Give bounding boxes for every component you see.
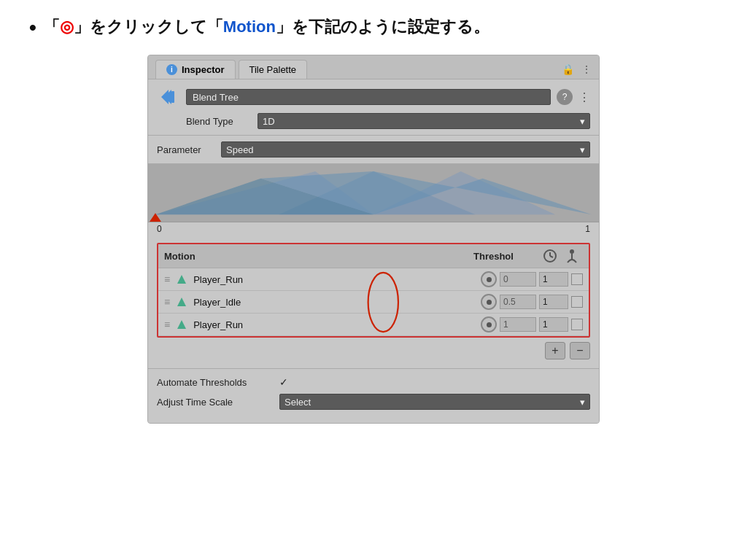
animation-icon-3: [176, 319, 187, 330]
parameter-section: Parameter Speed ▾: [148, 136, 599, 164]
param-dropdown-icon: ▾: [580, 144, 585, 155]
checkbox-2[interactable]: [571, 296, 583, 308]
blend-type-label: Blend Type: [186, 116, 252, 127]
parameter-label: Parameter: [157, 144, 215, 155]
add-motion-btn[interactable]: +: [545, 342, 565, 359]
bullet: •: [29, 13, 36, 42]
blend-tree-name: Blend Tree: [186, 89, 551, 105]
adjust-label: Adjust Time Scale: [157, 397, 274, 408]
tab-bar: i Inspector Tile Palette 🔒 ⋮: [148, 55, 599, 79]
multiplier-val-1[interactable]: 1: [539, 272, 568, 287]
adjust-row: Adjust Time Scale Select ▾: [157, 394, 590, 410]
svg-marker-1: [161, 90, 169, 104]
inspector-panel: i Inspector Tile Palette 🔒 ⋮ Blend Tree …: [147, 55, 600, 424]
blend-viz-labels: 0 1: [148, 222, 599, 236]
svg-point-13: [570, 249, 574, 254]
parameter-select[interactable]: Speed ▾: [221, 141, 590, 158]
svg-marker-16: [177, 298, 186, 306]
threshold-val-3[interactable]: 1: [500, 317, 536, 332]
motion-name-2: Player_Idle: [193, 297, 478, 308]
threshold-val-2[interactable]: 0.5: [500, 295, 536, 309]
motion-row-3: ≡ Player_Run 1 1: [158, 314, 589, 336]
checkbox-3[interactable]: [571, 319, 583, 330]
tab-tile-palette-label: Tile Palette: [249, 64, 297, 75]
info-icon: i: [166, 64, 177, 75]
motion-table: Motion Threshol: [157, 243, 590, 338]
blend-tree-section: Blend Tree ? ⋮ Blend Type 1D ▾: [148, 79, 599, 136]
animation-icon-2: [176, 296, 187, 308]
blend-tree-more[interactable]: ⋮: [578, 90, 590, 104]
select-circle-btn-3[interactable]: [481, 316, 497, 332]
more-icon: ⋮: [581, 63, 592, 75]
instruction-text: • 「◎」をクリックして「Motion」を下記のように設定する。: [0, 0, 747, 49]
motion-actions: + −: [157, 338, 590, 361]
automate-row: Automate Thresholds ✓: [157, 376, 590, 388]
svg-marker-17: [177, 320, 186, 329]
threshold-val-1[interactable]: 0: [500, 272, 536, 287]
blend-type-row: Blend Type 1D ▾: [157, 113, 590, 129]
automate-checkbox[interactable]: ✓: [279, 376, 288, 388]
multiplier-val-3[interactable]: 1: [539, 317, 568, 332]
svg-marker-15: [177, 275, 186, 284]
motion-name-1: Player_Run: [193, 274, 478, 285]
motion-section: Motion Threshol: [148, 236, 599, 368]
animation-icon-1: [176, 273, 187, 285]
bottom-section: Automate Thresholds ✓ Adjust Time Scale …: [148, 368, 599, 423]
tab-tile-palette[interactable]: Tile Palette: [239, 60, 308, 79]
svg-rect-2: [171, 91, 174, 103]
adjust-select[interactable]: Select ▾: [279, 394, 590, 410]
blend-tree-row: Blend Tree ? ⋮: [157, 85, 590, 109]
text-prefix: 「◎」をクリックして「Motion」を下記のように設定する。: [44, 16, 489, 39]
help-btn[interactable]: ?: [557, 89, 573, 105]
clock-icon: [539, 249, 561, 263]
drag-handle-1[interactable]: ≡: [164, 273, 170, 285]
motion-name-3: Player_Run: [193, 319, 478, 330]
remove-motion-btn[interactable]: −: [570, 342, 590, 359]
threshold-col-header: Threshol: [473, 251, 539, 262]
blend-max-label: 1: [585, 224, 590, 234]
motion-table-header: Motion Threshol: [158, 244, 589, 268]
automate-label: Automate Thresholds: [157, 377, 274, 388]
drag-handle-2[interactable]: ≡: [164, 296, 170, 308]
tab-inspector-label: Inspector: [182, 64, 225, 75]
adjust-dropdown-icon: ▾: [580, 397, 585, 408]
blend-type-select[interactable]: 1D ▾: [258, 113, 590, 129]
svg-line-12: [550, 256, 553, 257]
dropdown-arrow-icon: ▾: [580, 116, 585, 127]
select-circle-btn-1[interactable]: [481, 271, 497, 287]
back-arrow-btn[interactable]: [157, 85, 180, 109]
motion-rows-wrapper: ≡ Player_Run 0 1 ≡ Player_Idle: [158, 268, 589, 336]
motion-col-header: Motion: [164, 251, 473, 262]
multiplier-val-2[interactable]: 1: [539, 295, 568, 309]
blend-visualization: [148, 164, 599, 222]
motion-row-1: ≡ Player_Run 0 1: [158, 268, 589, 291]
checkbox-1[interactable]: [571, 273, 583, 285]
drag-handle-3[interactable]: ≡: [164, 319, 170, 330]
motion-row-2: ≡ Player_Idle 0.5 1: [158, 291, 589, 314]
lock-icon: 🔒: [562, 63, 574, 75]
tab-inspector[interactable]: i Inspector: [155, 60, 236, 79]
person-icon: [561, 248, 583, 264]
blend-min-label: 0: [157, 224, 162, 234]
select-circle-btn-2[interactable]: [481, 294, 497, 310]
